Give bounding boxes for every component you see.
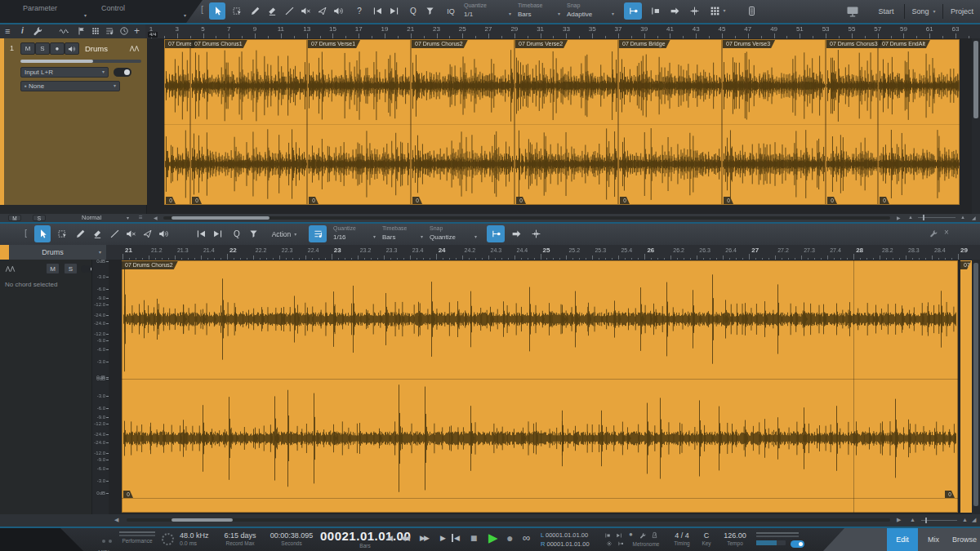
zoom-slider[interactable]: [918, 217, 956, 218]
tab-parameter[interactable]: Parameter: [23, 4, 57, 12]
editor-track-selector[interactable]: Drums ▾: [0, 245, 106, 260]
arrange-vscrollbar[interactable]: [972, 38, 980, 214]
list-icon[interactable]: ≡: [139, 214, 143, 222]
editor-hscrollbar[interactable]: [127, 518, 890, 522]
clip-gain-badge[interactable]: 0: [192, 197, 202, 204]
metronome-settings-icon[interactable]: [606, 540, 612, 547]
arrow-tool-button[interactable]: [34, 225, 51, 242]
editor-settings-icon[interactable]: [929, 229, 938, 238]
mute-tool-button[interactable]: [122, 225, 139, 242]
clip-gain-badge[interactable]: 0: [166, 197, 176, 204]
zoom-up-icon[interactable]: ▲: [908, 215, 913, 220]
pencil-tool-button[interactable]: [72, 225, 88, 242]
return-to-zero-button[interactable]: ◀: [452, 534, 460, 542]
grid-icon[interactable]: [91, 27, 100, 35]
arrangement-ruler[interactable]: [145, 24, 980, 38]
center-playhead-button[interactable]: [528, 225, 544, 242]
clip-label[interactable]: 07 Drums Verse1: [308, 40, 360, 48]
snap-select[interactable]: Quantize▾: [430, 232, 477, 242]
macro-button[interactable]: [245, 225, 261, 242]
clip-label[interactable]: 07 Drums Chorus3: [826, 40, 883, 48]
global-solo-button[interactable]: S: [33, 215, 46, 221]
play-to-selection-button[interactable]: [385, 2, 402, 20]
automation-icon[interactable]: [59, 26, 69, 37]
next-clip-label[interactable]: 07: [960, 261, 971, 269]
metronome-icon[interactable]: [651, 531, 658, 539]
clip-gain-badge[interactable]: 0: [880, 197, 889, 204]
action-menu-button[interactable]: Action▾: [263, 224, 305, 245]
automation-mode-select[interactable]: Normal: [82, 214, 101, 222]
tempo-display[interactable]: 126.00 Tempo: [719, 531, 751, 547]
clip-gain-badge[interactable]: 0: [516, 197, 526, 204]
key-display[interactable]: C Key: [699, 531, 714, 547]
performance-meter[interactable]: Performance: [119, 531, 155, 544]
range-tool-button[interactable]: [229, 2, 245, 20]
add-track-icon[interactable]: +: [134, 25, 140, 37]
autopunch-icon[interactable]: [616, 532, 622, 539]
line-tool-button[interactable]: [281, 2, 297, 20]
quantize-grid-icon[interactable]: [105, 26, 114, 36]
snap-select[interactable]: Adaptive▾: [567, 9, 614, 20]
timebase-select[interactable]: Bars▾: [518, 9, 560, 20]
precount-icon[interactable]: [617, 540, 624, 547]
clip-gain-badge-left[interactable]: 0: [123, 491, 133, 498]
snap-toggle-button[interactable]: [487, 225, 505, 242]
bend-tool-button[interactable]: [139, 225, 155, 242]
tab-control[interactable]: Control: [101, 4, 125, 12]
record-mode-icon[interactable]: ●: [629, 531, 633, 538]
clip-gain-badge[interactable]: 0: [620, 197, 630, 204]
vscroll-thumb[interactable]: [973, 41, 978, 118]
browse-view-button[interactable]: Browse: [949, 528, 980, 551]
zoom-out-icon[interactable]: ▶: [897, 517, 901, 523]
iq-input-quantize-button[interactable]: IQ: [441, 2, 461, 20]
track-mute-button[interactable]: M: [20, 42, 35, 55]
help-button[interactable]: ?: [351, 2, 368, 20]
clip-label[interactable]: 07 Drums Verse3: [723, 40, 775, 48]
zoom-slider[interactable]: [921, 520, 957, 521]
preroll-icon[interactable]: [604, 532, 611, 539]
quantize-select[interactable]: 1/1▾: [464, 9, 511, 20]
start-page-button[interactable]: Start: [869, 0, 903, 23]
line-tool-button[interactable]: [106, 225, 122, 242]
inspector-icon[interactable]: i: [21, 26, 24, 35]
forward-button[interactable]: ▶▶: [420, 534, 428, 542]
tracklist-menu-icon[interactable]: ≡: [5, 27, 10, 36]
zoom-loupe-button[interactable]: Q: [405, 2, 421, 20]
stop-button[interactable]: ■: [470, 531, 477, 544]
hscroll-thumb[interactable]: [172, 216, 270, 220]
play-from-selection-button[interactable]: [193, 225, 209, 242]
play-to-selection-button[interactable]: [209, 225, 225, 242]
record-settings-icon[interactable]: [639, 532, 646, 539]
zoom-in-icon[interactable]: ▲: [960, 215, 965, 220]
waveform-view-icon[interactable]: [129, 43, 140, 54]
autoscroll-button[interactable]: [647, 2, 663, 20]
track-solo-button[interactable]: S: [35, 42, 50, 55]
arrow-tool-button[interactable]: [209, 2, 225, 20]
loop-range-display[interactable]: L 00001.01.01.00 R 00001.01.01.00: [541, 531, 590, 549]
zoom-loupe-button[interactable]: Q: [229, 225, 245, 242]
rewind-button[interactable]: ◀◀: [400, 534, 408, 542]
quantize-select[interactable]: 1/16▾: [333, 232, 376, 242]
vscroll-thumb[interactable]: [973, 263, 978, 506]
hscroll-thumb[interactable]: [172, 518, 233, 522]
zoom-in-icon[interactable]: ▲: [962, 517, 968, 522]
follow-arrow-button[interactable]: [666, 2, 683, 20]
monitor-detach-icon[interactable]: [843, 2, 862, 20]
scroll-left-icon[interactable]: ◀: [154, 215, 158, 221]
pencil-tool-button[interactable]: [247, 2, 263, 20]
monitor-toggle[interactable]: [114, 68, 131, 77]
clip-gain-badge[interactable]: 0: [412, 197, 422, 204]
center-playhead-button[interactable]: [686, 2, 702, 20]
clip-gain-badge[interactable]: 0: [309, 197, 318, 204]
eraser-tool-button[interactable]: [264, 2, 280, 20]
snap-toggle-button[interactable]: [624, 2, 642, 20]
bend-tool-button[interactable]: [314, 2, 330, 20]
corner-resize-icon[interactable]: ◢: [972, 215, 976, 220]
song-page-button[interactable]: Song▾: [906, 0, 941, 23]
tool-settings-icon[interactable]: [33, 26, 42, 36]
track-instrument-select[interactable]: ▪ None▾: [20, 81, 120, 91]
bars-display[interactable]: 00021.01.01.00 Bars: [320, 529, 410, 549]
zoom-out-icon[interactable]: ▶: [897, 215, 901, 220]
project-page-button[interactable]: Project: [944, 0, 980, 23]
mute-tool-button[interactable]: [297, 2, 314, 20]
